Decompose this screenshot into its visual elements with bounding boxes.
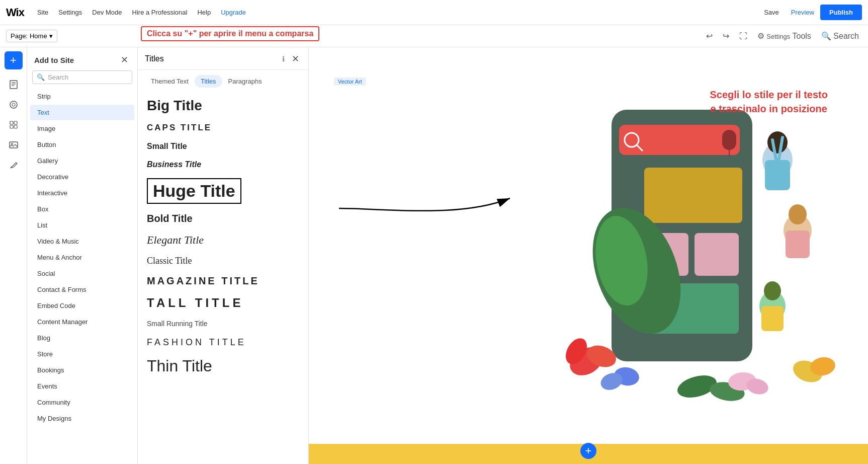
title-huge[interactable]: Huge Title [146,176,300,206]
svg-point-30 [789,204,807,224]
add-panel-search[interactable]: 🔍 Search [32,70,132,84]
canvas-add-button[interactable]: + [580,443,596,459]
title-classic[interactable]: Classic Title [146,254,300,268]
add-item-button[interactable]: Button [30,137,134,152]
add-item-store[interactable]: Store [30,346,134,362]
fit-screen-button[interactable]: ⛶ [736,30,750,43]
add-panel-header: Add to Site ✕ [27,47,137,70]
add-item-blog[interactable]: Blog [30,330,134,346]
title-magazine[interactable]: MAGAZINE TITLE [146,273,300,289]
sidebar-icon-pages[interactable] [5,75,23,94]
svg-point-5 [12,103,15,106]
title-small[interactable]: Small Title [146,140,300,153]
add-item-contact[interactable]: Contact & Forms [30,282,134,297]
close-titles-button[interactable]: ✕ [290,52,301,65]
toolbar-icons: ↩ ↪ ⛶ ⚙ Settings Tools 🔍 Search [703,29,862,43]
add-item-events[interactable]: Events [30,378,134,394]
svg-rect-22 [695,233,739,276]
save-button[interactable]: Save [758,9,785,16]
tools-button[interactable]: ⚙ Settings Tools [754,29,814,43]
add-item-box[interactable]: Box [30,201,134,217]
svg-rect-10 [10,142,18,148]
chevron-down-icon: ▾ [49,32,53,40]
title-big[interactable]: Big Title [146,96,300,116]
search-icon: 🔍 [37,73,45,81]
title-running[interactable]: Small Running Title [146,317,300,330]
svg-rect-8 [10,125,13,128]
title-tall[interactable]: TALL TITLE [146,294,300,312]
search-icon: 🔍 [821,32,831,40]
svg-rect-15 [619,125,740,155]
paragraphs-tab[interactable]: Paragraphs [222,75,268,88]
wix-logo: Wix [6,6,24,19]
svg-rect-31 [786,230,810,258]
top-navigation: Wix Site Settings Dev Mode Hire a Profes… [0,0,868,25]
svg-rect-0 [10,81,17,89]
vector-art-badge: Vector Art [334,78,366,86]
titles-panel-header: Titles ℹ ✕ [138,47,308,70]
nav-dev-mode[interactable]: Dev Mode [87,9,127,16]
search-toolbar-button[interactable]: 🔍 Search [818,29,862,43]
titles-tab[interactable]: Titles [195,75,222,88]
add-item-social[interactable]: Social [30,266,134,281]
add-item-bookings[interactable]: Bookings [30,362,134,378]
svg-rect-9 [14,125,17,128]
add-item-my-designs[interactable]: My Designs [30,411,134,426]
sidebar-icon-pen[interactable] [5,156,23,174]
title-elegant[interactable]: Elegant Title [146,231,300,249]
sidebar-icon-design[interactable] [5,96,23,114]
nav-settings[interactable]: Settings [53,9,87,16]
svg-rect-7 [14,121,17,124]
nav-help[interactable]: Help [192,9,216,16]
title-thin[interactable]: Thin Title [146,355,300,377]
add-elements-button[interactable]: + [5,51,23,69]
help-button[interactable]: ℹ [279,54,288,64]
add-item-video[interactable]: Video & Music [30,234,134,249]
titles-list: Big Title CAPS TITLE Small Title Busines… [138,91,308,464]
add-item-strip[interactable]: Strip [30,89,134,104]
svg-point-4 [10,101,17,108]
svg-point-11 [11,143,13,145]
tools-label: Settings [766,33,790,40]
page-name: Home [30,32,47,40]
close-panel-button[interactable]: ✕ [119,53,130,66]
nav-site[interactable]: Site [32,9,53,16]
arrow-overlay-1 [334,158,535,259]
sidebar-icon-media[interactable] [5,136,23,154]
publish-button[interactable]: Publish [820,5,862,20]
add-item-community[interactable]: Community [30,395,134,410]
svg-rect-34 [761,306,784,331]
add-item-embed[interactable]: Embed Code [30,298,134,314]
title-bold[interactable]: Bold Title [146,211,300,226]
nav-upgrade[interactable]: Upgrade [216,9,251,16]
redo-button[interactable]: ↪ [720,29,732,43]
page-label: Page: [11,32,28,40]
add-item-image[interactable]: Image [30,121,134,136]
add-item-text[interactable]: Text [30,105,134,120]
undo-button[interactable]: ↩ [703,29,716,43]
canvas-area[interactable]: Scegli lo stile per il testo e trascinal… [309,47,868,464]
preview-button[interactable]: Preview [785,9,820,16]
add-item-interactive[interactable]: Interactive [30,185,134,201]
add-item-decorative[interactable]: Decorative [30,169,134,185]
themed-text-tab[interactable]: Themed Text [145,75,195,88]
svg-rect-20 [644,168,742,223]
add-panel-items-list: Strip Text Image Button Gallery Decorati… [27,88,137,464]
svg-point-33 [764,281,781,300]
add-item-content[interactable]: Content Manager [30,314,134,330]
page-selector[interactable]: Page: Home ▾ [6,30,57,42]
sidebar-icon-apps[interactable] [5,116,23,134]
title-business[interactable]: Business Title [146,158,300,171]
title-caps[interactable]: CAPS TITLE [146,121,300,135]
add-to-site-panel: Add to Site ✕ 🔍 Search Strip Text Image … [27,47,138,464]
editor-toolbar: Page: Home ▾ Clicca su "+" per aprire il… [0,25,868,47]
title-fashion[interactable]: FASHION TITLE [146,335,300,350]
canvas-page: Vector Art [309,47,868,444]
add-item-menu-anchor[interactable]: Menu & Anchor [30,250,134,265]
nav-hire[interactable]: Hire a Professional [127,9,193,16]
canvas-illustration [526,47,868,444]
tools-icon: ⚙ [757,32,764,40]
svg-rect-6 [10,121,13,124]
add-item-gallery[interactable]: Gallery [30,153,134,169]
add-item-list[interactable]: List [30,217,134,233]
